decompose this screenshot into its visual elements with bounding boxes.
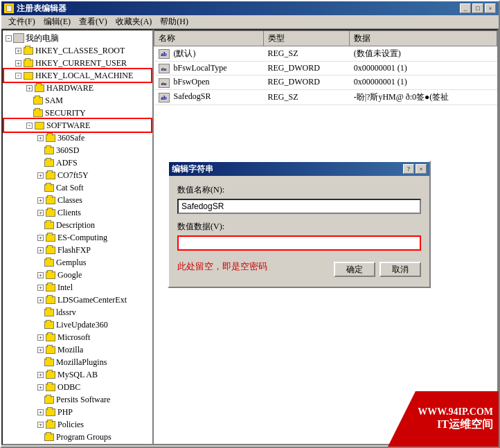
- dialog-data-input[interactable]: [177, 235, 421, 251]
- local-machine-expand[interactable]: -: [15, 73, 21, 79]
- mozilla-expand[interactable]: +: [37, 347, 44, 353]
- dialog-close-button[interactable]: ×: [416, 164, 427, 174]
- tree-pstruh[interactable]: Pstruh: [4, 443, 151, 445]
- tree-ldsgame[interactable]: + LDSGameCenterExt: [4, 294, 151, 306]
- tree-security[interactable]: SECURITY: [4, 107, 151, 119]
- policies-expand[interactable]: +: [37, 422, 44, 428]
- current-user-expand[interactable]: +: [15, 60, 21, 66]
- tree-google[interactable]: + Google: [4, 269, 151, 281]
- co7ft5y-folder-icon: [45, 170, 56, 180]
- software-expand[interactable]: -: [26, 123, 33, 129]
- tree-360safe[interactable]: + 360Safe: [4, 132, 151, 144]
- title-bar-buttons: _ □ ×: [460, 3, 496, 13]
- dialog-confirm-button[interactable]: 确定: [334, 262, 375, 277]
- intel-folder-icon: [45, 283, 56, 292]
- tree-microsoft[interactable]: + Microsoft: [4, 331, 151, 343]
- tree-mysql[interactable]: + MySQL AB: [4, 368, 151, 381]
- dialog-buttons: 确定 取消: [334, 262, 421, 277]
- registry-tree-panel[interactable]: - 我的电脑 + HKEY_CLASSES_ROOT + HKEY_CURREN…: [1, 29, 154, 445]
- tree-classes-label: Classes: [57, 195, 82, 206]
- root-expand[interactable]: -: [6, 35, 12, 42]
- software-folder-icon: [34, 120, 45, 130]
- tree-mozillaplugins[interactable]: MozillaPlugins: [4, 356, 151, 368]
- menu-favorites[interactable]: 收藏夹(A): [111, 15, 157, 29]
- tree-classes[interactable]: + Classes: [4, 194, 151, 206]
- php-expand[interactable]: +: [37, 409, 44, 415]
- google-expand[interactable]: +: [37, 272, 44, 278]
- hardware-expand[interactable]: +: [26, 85, 33, 91]
- programgroups-folder-icon: [44, 432, 55, 442]
- policies-folder-icon: [45, 420, 56, 429]
- menu-help[interactable]: 帮助(H): [156, 15, 193, 29]
- tree-odbc[interactable]: + ODBC: [4, 381, 151, 393]
- clients-folder-icon: [45, 208, 56, 217]
- tree-clients[interactable]: + Clients: [4, 206, 151, 219]
- 360safe-expand[interactable]: +: [37, 135, 44, 141]
- flashfxp-expand[interactable]: +: [37, 247, 44, 253]
- tree-programgroups[interactable]: Program Groups: [4, 431, 151, 443]
- escomputing-expand[interactable]: +: [37, 235, 44, 241]
- maximize-button[interactable]: □: [472, 3, 483, 13]
- menu-file[interactable]: 文件(F): [4, 15, 39, 29]
- dialog-cancel-button[interactable]: 取消: [380, 262, 421, 277]
- tree-liveupdate360[interactable]: LiveUpdate360: [4, 319, 151, 331]
- minimize-button[interactable]: _: [460, 3, 471, 13]
- adfs-folder-icon: [44, 158, 55, 168]
- clients-expand[interactable]: +: [37, 210, 44, 216]
- col-data: 数据: [350, 31, 497, 46]
- pstruh-folder-icon: [44, 445, 55, 445]
- 360safe-folder-icon: [45, 133, 56, 143]
- tree-adfs[interactable]: ADFS: [4, 156, 151, 169]
- mysql-expand[interactable]: +: [37, 372, 44, 378]
- dialog-help-button[interactable]: ?: [403, 164, 414, 174]
- ldsgame-expand[interactable]: +: [37, 297, 44, 303]
- escomputing-folder-icon: [45, 233, 56, 242]
- cell-type-3: REG_SZ: [264, 89, 350, 105]
- tree-escomputing[interactable]: + ES-Computing: [4, 231, 151, 244]
- reg-value-name-0: (默认): [174, 48, 196, 58]
- tree-flashfxp[interactable]: + FlashFXP: [4, 244, 151, 256]
- tree-policies[interactable]: + Policies: [4, 418, 151, 431]
- tree-co7ft5y[interactable]: + CO7ft5Y: [4, 169, 151, 181]
- google-folder-icon: [45, 270, 56, 280]
- tree-ldssrv[interactable]: ldssrv: [4, 306, 151, 319]
- tree-root-label: 我的电脑: [26, 33, 59, 44]
- close-button[interactable]: ×: [485, 3, 496, 13]
- tree-software[interactable]: - SOFTWARE: [4, 119, 151, 132]
- tree-360sd[interactable]: 360SD: [4, 144, 151, 156]
- classes-root-expand[interactable]: +: [15, 48, 21, 54]
- tree-gemplus[interactable]: Gemplus: [4, 256, 151, 269]
- tree-liveupdate360-label: LiveUpdate360: [56, 320, 108, 330]
- tree-ldssrv-label: ldssrv: [56, 307, 76, 318]
- menu-view[interactable]: 查看(V): [75, 15, 111, 29]
- tree-hardware[interactable]: + HARDWARE: [4, 82, 151, 94]
- tree-odbc-label: ODBC: [57, 382, 80, 393]
- tree-catsoft-label: Cat Soft: [56, 183, 84, 193]
- tree-microsoft-label: Microsoft: [57, 332, 90, 343]
- microsoft-expand[interactable]: +: [37, 334, 44, 341]
- intel-expand[interactable]: +: [37, 285, 44, 291]
- tree-description[interactable]: Description: [4, 219, 151, 231]
- tree-php[interactable]: + PHP: [4, 406, 151, 418]
- tree-mozilla[interactable]: + Mozilla: [4, 343, 151, 356]
- tree-persits[interactable]: Persits Software: [4, 393, 151, 406]
- classes-expand[interactable]: +: [37, 197, 44, 204]
- tree-local-machine[interactable]: - HKEY_LOCAL_MACHINE: [4, 69, 151, 82]
- security-folder-icon: [33, 108, 44, 118]
- co7ft5y-expand[interactable]: +: [37, 172, 44, 179]
- reg-value-name-2: bFswOpen: [174, 77, 210, 87]
- tree-intel-label: Intel: [57, 283, 73, 293]
- mysql-folder-icon: [45, 370, 56, 379]
- tree-intel[interactable]: + Intel: [4, 281, 151, 294]
- tree-ldsgame-label: LDSGameCenterExt: [57, 295, 127, 305]
- odbc-expand[interactable]: +: [37, 384, 44, 391]
- tree-classes-root[interactable]: + HKEY_CLASSES_ROOT: [4, 44, 151, 57]
- menu-edit[interactable]: 编辑(E): [39, 15, 75, 29]
- tree-sam[interactable]: SAM: [4, 94, 151, 107]
- local-machine-folder-icon: [23, 71, 34, 80]
- tree-root[interactable]: - 我的电脑: [4, 32, 151, 44]
- tree-catsoft[interactable]: Cat Soft: [4, 181, 151, 194]
- ldsgame-folder-icon: [45, 295, 56, 305]
- dialog-name-input[interactable]: [177, 199, 421, 214]
- tree-current-user[interactable]: + HKEY_CURRENT_USER: [4, 57, 151, 69]
